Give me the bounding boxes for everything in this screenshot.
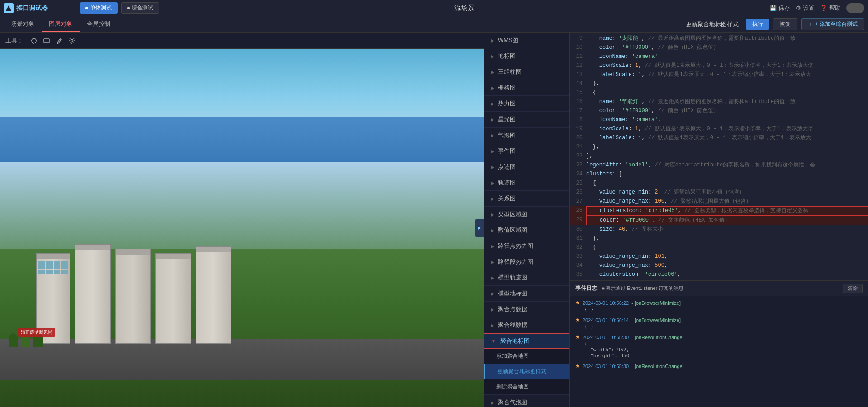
sidebar-item-grid[interactable]: ▶ 栅格图: [484, 80, 569, 96]
building-3: [115, 249, 151, 344]
sidebar-item-3d-bar[interactable]: ▶ 三维柱图: [484, 64, 569, 80]
log-star-icon: ★: [575, 317, 580, 323]
tab-scene-objects[interactable]: 场景对象: [4, 17, 42, 32]
line-content: clusters: [: [586, 170, 868, 179]
line-content: {: [586, 243, 868, 252]
road: [0, 339, 484, 380]
topbar: 接口调试器 单体测试 综合测试 流场景 💾 保存 ⚙ 设置 ❓ 帮助: [0, 0, 868, 16]
sidebar-item-path-seg-heat[interactable]: ▶ 路径段热力图: [484, 254, 569, 270]
sidebar-item-cluster-line-data[interactable]: ▶ 聚合线数据: [484, 317, 569, 333]
svg-rect-6: [44, 39, 49, 43]
log-header: ★2024-03-01 10:55:30- [onResolutionChang…: [575, 363, 863, 369]
arrow-icon: ▶: [491, 54, 494, 59]
exec-button[interactable]: 执行: [746, 19, 769, 30]
sidebar-item-relation[interactable]: ▶ 关系图: [484, 191, 569, 207]
log-star-icon: ★: [575, 300, 580, 306]
sidebar-item-cluster-landmark[interactable]: ▼ 聚合地标图: [484, 333, 569, 349]
restore-button[interactable]: 恢复: [773, 18, 797, 30]
line-number: 23: [570, 161, 586, 170]
code-editor[interactable]: 9 name: '太阳能', // 最近距离点图层内图例名称，需要和attrib…: [570, 33, 868, 280]
sidebar-item-bubble[interactable]: ▶ 气泡图: [484, 128, 569, 143]
user-avatar[interactable]: [846, 3, 864, 13]
event-log-note: ★表示通过 EventListener 订阅的消息: [601, 285, 839, 292]
log-event: - [onResolutionChange]: [631, 364, 684, 369]
update-label: 更新聚合地标图样式: [682, 20, 742, 28]
3d-viewport[interactable]: 清正廉洁新风尚 ►: [0, 49, 484, 407]
sidebar-item-trajectory[interactable]: ▶ 轨迹图: [484, 175, 569, 191]
crosshair-tool[interactable]: [28, 35, 39, 46]
sidebar-item-model-landmark[interactable]: ▶ 模型地标图: [484, 286, 569, 302]
arrow-icon: ▶: [491, 149, 494, 154]
unit-test-btn[interactable]: 单体测试: [80, 2, 118, 14]
tab-global-control[interactable]: 全局控制: [80, 17, 118, 32]
comprehensive-test-btn[interactable]: 综合测试: [121, 2, 159, 14]
scene-tabs: 场景对象 图层对象 全局控制: [4, 17, 118, 32]
arrow-icon: ▶: [491, 180, 494, 185]
sidebar-sub-delete-cluster-map[interactable]: 删除聚合地图: [484, 379, 569, 395]
page-title: 流场景: [163, 4, 766, 12]
sidebar-item-heatmap[interactable]: ▶ 热力图: [484, 96, 569, 112]
app-title: 接口调试器: [16, 4, 48, 12]
line-content: iconName: 'camera',: [586, 52, 868, 62]
pencil-tool[interactable]: [54, 35, 65, 46]
line-number: 19: [570, 125, 586, 134]
settings-button[interactable]: ⚙ 设置: [796, 4, 815, 12]
line-content: value_range_max: 100, // 聚簇结果范围最大值（包含）: [586, 197, 868, 206]
save-button[interactable]: 💾 保存: [769, 4, 790, 12]
line-content: name: '太阳能', // 最近距离点图层内图例名称，需要和attribut…: [586, 34, 868, 43]
help-button[interactable]: ❓ 帮助: [820, 4, 841, 12]
expand-arrow-icon: ▼: [491, 339, 496, 344]
tab-layer-objects[interactable]: 图层对象: [42, 17, 80, 32]
line-number: 12: [570, 62, 586, 71]
sidebar-sub-add-cluster-map[interactable]: 添加聚合地图: [484, 349, 569, 364]
sidebar-toggle[interactable]: ►: [475, 219, 484, 237]
sidebar-item-event[interactable]: ▶ 事件图: [484, 143, 569, 159]
settings-tool[interactable]: [66, 35, 77, 46]
sidebar-sub-update-cluster-style[interactable]: 更新聚合地标图样式: [484, 364, 569, 379]
layer-sidebar: ▶ WMS图 ▶ 地标图 ▶ 三维柱图 ▶ 栅格图 ▶ 热力图 ▶ 星光图 ▶ …: [484, 33, 569, 407]
line-number: 25: [570, 179, 586, 188]
sidebar-item-type-region[interactable]: ▶ 类型区域图: [484, 207, 569, 222]
app-logo: 接口调试器: [4, 3, 76, 13]
sidebar-item-cluster-bubble[interactable]: ▶ 聚合气泡图: [484, 395, 569, 407]
line-number: 33: [570, 252, 586, 261]
arrow-icon: ▶: [491, 275, 494, 280]
building-roof: [37, 254, 70, 259]
line-content: labelScale: 1, // 默认值是1表示原大，0 - 1：表示缩小倍率…: [586, 71, 868, 80]
secondbar-right: 更新聚合地标图样式 执行 恢复 ＋ + 添加至综合测试: [682, 18, 864, 30]
log-time: 2024-03-01 10:56:14: [583, 317, 629, 323]
arrow-icon: ▶: [491, 196, 494, 201]
line-number: 18: [570, 116, 586, 125]
line-number: 21: [570, 143, 586, 152]
add-to-comprehensive-button[interactable]: ＋ + 添加至综合测试: [801, 18, 864, 30]
settings-icon: ⚙: [796, 5, 801, 11]
event-log: 事件日志 ★表示通过 EventListener 订阅的消息 清除 ★2024-…: [570, 280, 868, 407]
toolsbar: 工具：: [0, 33, 484, 49]
clear-log-button[interactable]: 清除: [843, 284, 863, 293]
svg-point-1: [32, 38, 36, 43]
line-content: labelScale: 1, // 默认值是1表示原大，0 - 1：表示缩小倍率…: [586, 134, 868, 143]
line-number: 27: [570, 197, 586, 206]
code-content[interactable]: 9 name: '太阳能', // 最近距离点图层内图例名称，需要和attrib…: [570, 33, 868, 280]
svg-point-7: [71, 39, 73, 42]
sidebar-item-path-point-heat[interactable]: ▶ 路径点热力图: [484, 238, 569, 254]
sidebar-item-landmark[interactable]: ▶ 地标图: [484, 48, 569, 64]
arrow-icon: ▶: [491, 291, 494, 296]
rectangle-tool[interactable]: [41, 35, 52, 46]
arrow-icon: ▶: [491, 117, 494, 122]
line-number: 28: [570, 206, 586, 216]
sidebar-item-track-points[interactable]: ▶ 点迹图: [484, 159, 569, 175]
sidebar-item-cluster-point-data[interactable]: ▶ 聚合点数据: [484, 302, 569, 317]
sidebar-item-starmap[interactable]: ▶ 星光图: [484, 112, 569, 128]
arrow-icon: ▶: [491, 260, 494, 265]
right-panel: 9 name: '太阳能', // 最近距离点图层内图例名称，需要和attrib…: [569, 33, 868, 407]
arrow-icon: ▶: [491, 165, 494, 170]
arrow-icon: ▶: [491, 307, 494, 312]
log-entry: ★2024-03-01 10:56:14- [onBrowserMinimize…: [575, 317, 863, 331]
topbar-actions: 💾 保存 ⚙ 设置 ❓ 帮助: [769, 3, 864, 13]
sidebar-item-model-traj[interactable]: ▶ 模型轨迹图: [484, 270, 569, 286]
arrow-icon: ▶: [491, 244, 494, 249]
sidebar-item-value-region[interactable]: ▶ 数值区域图: [484, 222, 569, 238]
sidebar-item-wms[interactable]: ▶ WMS图: [484, 33, 569, 48]
log-star-icon: ★: [575, 363, 580, 369]
